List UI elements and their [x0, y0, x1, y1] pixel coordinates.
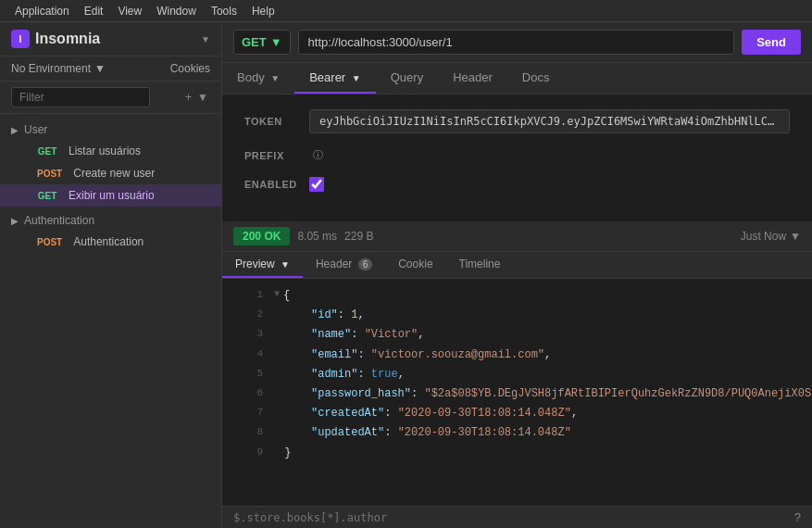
status-text: OK	[264, 230, 281, 243]
sidebar: I Insomnia ▼ No Environment ▼ Cookies + …	[0, 22, 222, 528]
sidebar-group-auth-label: Authentication	[24, 214, 94, 227]
response-tab-timeline[interactable]: Timeline	[446, 252, 514, 278]
request-tabs: Body ▼ Bearer ▼ Query Header Docs	[222, 63, 812, 94]
json-line-2: 2 ▼ "id" : 1,	[222, 306, 812, 325]
sidebar-item-list-users[interactable]: GET Listar usuários	[0, 140, 221, 162]
cookies-button[interactable]: Cookies	[170, 62, 210, 75]
tab-header[interactable]: Header	[438, 63, 507, 94]
collapse-icon[interactable]: ▼	[274, 287, 280, 302]
json-close-brace: }	[284, 445, 291, 462]
add-request-button[interactable]: +	[183, 89, 194, 106]
line-num: 9	[237, 445, 263, 461]
token-label: TOKEN	[244, 116, 309, 127]
method-select[interactable]: GET ▼	[233, 30, 291, 55]
json-key: "updatedAt"	[284, 424, 384, 442]
send-button[interactable]: Send	[742, 30, 801, 55]
line-num: 5	[237, 366, 263, 383]
json-value: "victoor.soouza@gmail.com"	[371, 346, 544, 364]
sidebar-group-user: ▶ User GET Listar usuários POST Create n…	[0, 119, 221, 207]
help-icon[interactable]: ?	[794, 510, 801, 524]
sidebar-content: ▶ User GET Listar usuários POST Create n…	[0, 114, 221, 528]
tab-bearer-chevron-icon: ▼	[352, 73, 361, 83]
prefix-label-group: PREFIX ⓘ	[244, 148, 323, 162]
response-size: 229 B	[344, 230, 373, 243]
line-num: 4	[237, 346, 263, 363]
sidebar-item-label: Create new user	[73, 167, 155, 180]
request-bar: GET ▼ Send	[222, 22, 812, 63]
line-num: 6	[237, 385, 263, 402]
auth-panel: TOKEN PREFIX ⓘ ENABLED	[222, 94, 812, 221]
json-value: "2020-09-30T18:08:14.048Z"	[398, 424, 571, 442]
response-tab-cookie[interactable]: Cookie	[385, 252, 445, 278]
menu-tools[interactable]: Tools	[204, 3, 244, 19]
line-num: 1	[237, 287, 263, 304]
response-tab-header[interactable]: Header 6	[303, 252, 385, 278]
enabled-label: ENABLED	[244, 179, 309, 190]
timestamp-chevron-icon: ▼	[790, 230, 801, 243]
menu-help[interactable]: Help	[244, 3, 282, 19]
json-value: "2020-09-30T18:08:14.048Z"	[398, 405, 571, 422]
timestamp-label: Just Now	[741, 230, 786, 243]
app-container: I Insomnia ▼ No Environment ▼ Cookies + …	[0, 22, 812, 528]
json-line-6: 6 ▼ "password_hash" : "$2a$08$YB.DEgJVSH…	[222, 384, 812, 404]
tab-bearer-label: Bearer	[309, 70, 345, 84]
sidebar-group-user-label: User	[24, 123, 47, 136]
url-input[interactable]	[298, 30, 735, 55]
user-group-icon: ▶	[11, 125, 19, 135]
preview-chevron-icon: ▼	[281, 259, 290, 270]
env-chevron-icon: ▼	[94, 62, 106, 75]
json-key: "createdAt"	[284, 405, 384, 422]
enabled-checkbox[interactable]	[309, 177, 324, 192]
sidebar-chevron-icon[interactable]: ▼	[201, 34, 210, 44]
sidebar-item-authentication[interactable]: POST Authentication	[0, 231, 221, 253]
line-num: 7	[237, 405, 263, 421]
jsonpath-input[interactable]	[233, 511, 794, 524]
json-colon: :	[357, 346, 370, 364]
menu-view[interactable]: View	[110, 3, 149, 19]
method-badge-get: GET	[33, 190, 61, 202]
json-colon: :	[338, 307, 351, 324]
tab-body[interactable]: Body ▼	[222, 63, 294, 94]
response-timestamp[interactable]: Just Now ▼	[741, 230, 801, 243]
prefix-label: PREFIX	[244, 150, 309, 161]
sidebar-group-auth-header[interactable]: ▶ Authentication	[0, 210, 221, 231]
menu-application[interactable]: Application	[7, 3, 77, 19]
json-colon: :	[384, 424, 397, 442]
json-key: "id"	[284, 307, 338, 324]
menu-edit[interactable]: Edit	[77, 3, 111, 19]
filter-options-button[interactable]: ▼	[195, 89, 210, 106]
auth-token-row: TOKEN	[244, 109, 790, 133]
env-selector[interactable]: No Environment ▼	[11, 62, 106, 75]
sidebar-item-show-user[interactable]: GET Exibir um usuário	[0, 184, 221, 207]
prefix-info-icon[interactable]: ⓘ	[313, 148, 323, 162]
json-preview: 1 ▼ { 2 ▼ "id" : 1, 3 ▼ "name" : "Victor…	[222, 279, 812, 506]
method-label: GET	[242, 35, 267, 49]
response-tabs: Preview ▼ Header 6 Cookie Timeline	[222, 252, 812, 279]
main-panel: GET ▼ Send Body ▼ Bearer ▼ Query Header	[222, 22, 812, 528]
response-tab-preview[interactable]: Preview ▼	[222, 252, 303, 278]
response-tab-timeline-label: Timeline	[459, 258, 501, 270]
sidebar-group-user-header[interactable]: ▶ User	[0, 119, 221, 140]
status-badge: 200 OK	[233, 227, 290, 245]
json-value: true	[371, 366, 398, 383]
json-key: "admin"	[284, 366, 357, 383]
json-colon: :	[357, 366, 370, 383]
header-count-badge: 6	[358, 258, 373, 270]
token-input[interactable]	[309, 109, 790, 133]
method-badge-post: POST	[33, 236, 66, 248]
tab-query[interactable]: Query	[376, 63, 438, 94]
sidebar-item-label: Authentication	[73, 235, 144, 248]
response-time: 8.05 ms	[297, 230, 337, 243]
filter-input[interactable]	[11, 87, 150, 107]
json-line-3: 3 ▼ "name" : "Victor",	[222, 325, 812, 345]
response-bar: 200 OK 8.05 ms 229 B Just Now ▼	[222, 221, 812, 252]
json-open-brace: {	[283, 287, 290, 305]
response-tab-cookie-label: Cookie	[398, 258, 432, 270]
app-logo: I Insomnia	[11, 30, 100, 48]
sidebar-item-create-user[interactable]: POST Create new user	[0, 162, 221, 184]
tab-docs[interactable]: Docs	[507, 63, 565, 94]
menu-window[interactable]: Window	[149, 3, 204, 19]
env-label-text: No Environment	[11, 62, 91, 75]
tab-bearer[interactable]: Bearer ▼	[294, 63, 376, 94]
json-value: "$2a$08$YB.DEgJVSH8jfARtIBIPIerQuhzGekRz…	[424, 385, 812, 403]
